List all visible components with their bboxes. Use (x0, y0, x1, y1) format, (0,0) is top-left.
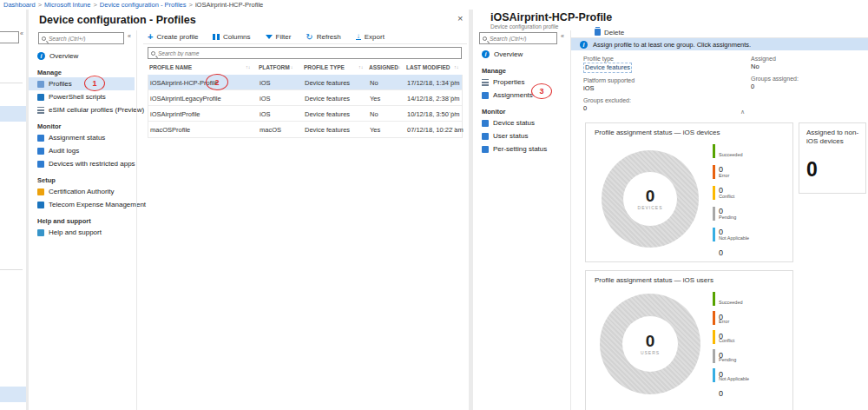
annotation-step-1: 1 (84, 76, 105, 91)
sidebar-item-esim-cellular-profiles[interactable]: eSIM cellular profiles (Preview) (29, 103, 135, 116)
column-header-profile-type: PROFILE TYPE (304, 64, 345, 70)
essentials-collapse-icon[interactable]: ∧ (740, 109, 745, 116)
breadcrumb-device-configuration[interactable]: Device configuration - Profiles (100, 1, 187, 9)
blade-search-box (479, 32, 557, 44)
sidebar-item-audit-logs[interactable]: Audit logs (29, 144, 135, 157)
create-profile-button[interactable]: + Create profile (148, 32, 198, 41)
plus-icon: + (148, 32, 153, 41)
sort-icon[interactable]: ↑↓ (246, 64, 251, 69)
strip-collapse-icon[interactable]: « (20, 30, 23, 36)
cell-profile-name: iOSAirprintProfile (150, 110, 201, 118)
profiles-icon (37, 81, 44, 88)
row-menu-icon[interactable]: ... (449, 76, 457, 83)
strip-selected-item[interactable] (0, 106, 26, 122)
sidebar-item-user-status[interactable]: User status (473, 129, 569, 142)
blade-search-input[interactable] (490, 36, 554, 42)
blade-search-input[interactable] (49, 36, 121, 42)
platform-supported-value: iOS (583, 84, 635, 93)
collapsed-intune-blade: « (0, 10, 26, 410)
groups-excluded-label: Groups excluded: (583, 96, 635, 104)
table-row[interactable]: iOSAirprintProfile iOS Device features N… (148, 106, 462, 122)
sidebar-item-label: eSIM cellular profiles (Preview) (49, 106, 144, 114)
assignment-status-icon (37, 135, 44, 142)
breadcrumb-intune[interactable]: Microsoft Intune (44, 1, 90, 9)
export-label: Export (365, 33, 385, 41)
sidebar-item-device-status[interactable]: Device status (473, 116, 569, 129)
close-icon[interactable]: × (457, 14, 463, 23)
refresh-button[interactable]: ↻ Refresh (306, 33, 340, 41)
succeeded-color-bar (713, 144, 715, 158)
legend-item-not-applicable: Not Applicable0 (713, 368, 749, 400)
sort-icon[interactable]: ↑↓ (358, 64, 364, 69)
sidebar-item-assignments[interactable]: Assignments (473, 89, 569, 102)
row-menu-icon[interactable]: ... (449, 91, 457, 99)
properties-icon (482, 79, 489, 86)
sidebar-item-assignment-status[interactable]: Assignment status (29, 131, 135, 144)
sidebar-item-overview[interactable]: i Overview (473, 48, 569, 61)
profile-toolbar: Delete (595, 26, 624, 38)
non-ios-devices-count: 0 (806, 158, 818, 182)
sidebar-item-label: Overview (49, 52, 78, 60)
sidebar-item-label: Certification Authority (49, 188, 115, 195)
column-header-assigned: ASSIGNED (369, 64, 398, 70)
row-menu-icon[interactable]: ... (449, 107, 457, 115)
legend-label: Error (719, 173, 729, 178)
table-row[interactable]: iOSAirprint-HCP-Profile iOS Device featu… (148, 75, 462, 90)
sidebar-collapse-icon[interactable]: « (128, 33, 131, 39)
sidebar-item-overview[interactable]: i Overview (29, 50, 135, 63)
error-color-bar (713, 165, 715, 179)
table-row[interactable]: iOSAirprintLegacyProfile iOS Device feat… (148, 90, 462, 106)
assigned-value: No (751, 63, 799, 71)
strip-search-input[interactable] (0, 31, 19, 43)
sidebar-section-manage: Manage (29, 67, 135, 77)
strip-selected-item[interactable] (0, 387, 26, 402)
sidebar-item-telecom-expense-management[interactable]: Telecom Expense Management (29, 198, 135, 211)
groups-excluded-value: 0 (583, 104, 635, 113)
sidebar-item-profiles[interactable]: Profiles (29, 77, 135, 90)
breadcrumb-separator: > (188, 1, 192, 9)
powershell-icon (37, 94, 44, 101)
breadcrumb-dashboard[interactable]: Dashboard (3, 1, 36, 9)
device-configuration-profiles-blade: Device configuration - Profiles × « i Ov… (29, 10, 469, 410)
cell-assigned: No (370, 79, 378, 87)
filter-button[interactable]: Filter (266, 33, 292, 41)
profile-subtitle: Device configuration profile (490, 23, 558, 30)
sort-icon[interactable]: ↑↓ (454, 64, 459, 69)
cell-profile-type: Device features (305, 95, 350, 102)
cell-profile-type: Device features (305, 110, 350, 118)
columns-button[interactable]: Columns (213, 33, 250, 41)
groups-assigned-value: 0 (751, 83, 799, 91)
delete-button[interactable]: Delete (595, 29, 624, 36)
sidebar-collapse-icon[interactable]: « (561, 33, 564, 39)
column-header-profile-name: PROFILE NAME (149, 64, 192, 70)
conflict-color-bar (713, 186, 715, 200)
sidebar-item-label: Assignments (493, 91, 533, 99)
search-by-name-input[interactable] (158, 50, 458, 56)
profile-type-value-link[interactable]: Device features (583, 63, 632, 73)
cell-assigned: No (370, 110, 378, 118)
sort-icon[interactable]: ↑↓ (396, 64, 401, 69)
table-row[interactable]: macOSProfile macOS Device features Yes 0… (148, 122, 462, 137)
column-header-platform: PLATFORM (259, 64, 290, 70)
sidebar-item-help-and-support[interactable]: Help and support (29, 226, 135, 239)
row-menu-icon[interactable]: ... (449, 122, 457, 130)
search-icon (483, 36, 487, 41)
profile-blade-sidebar: i Overview Manage Properties Assignments… (473, 48, 569, 155)
cell-platform: iOS (260, 95, 271, 102)
sort-icon[interactable]: ↑↓ (288, 64, 293, 69)
legend-label: Not Applicable (719, 376, 749, 381)
export-button[interactable]: ↓ Export (356, 33, 385, 41)
sidebar-item-certification-authority[interactable]: Certification Authority (29, 185, 135, 198)
card-title: Profile assignment status — iOS users (595, 276, 713, 284)
legend-label: Conflict (719, 338, 734, 343)
sidebar-item-properties[interactable]: Properties (473, 76, 569, 89)
users-count-label: USERS (641, 350, 660, 355)
sidebar-item-powershell-scripts[interactable]: PowerShell scripts (29, 90, 135, 103)
delete-label: Delete (604, 29, 624, 36)
profile-type-label: Profile type (583, 55, 635, 63)
sidebar-item-per-setting-status[interactable]: Per-setting status (473, 142, 569, 155)
cell-profile-type: Device features (305, 126, 350, 134)
blade-title: Device configuration - Profiles (39, 14, 196, 26)
sidebar-item-devices-with-restricted-apps[interactable]: Devices with restricted apps (29, 157, 135, 170)
legend-value: 0 (719, 389, 723, 398)
